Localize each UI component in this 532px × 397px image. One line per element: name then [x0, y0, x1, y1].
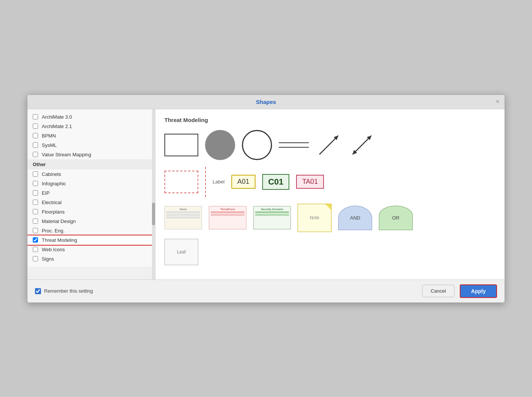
close-button[interactable]: ×	[496, 99, 499, 105]
checkbox-archimate21[interactable]	[33, 124, 38, 129]
cancel-button[interactable]: Cancel	[422, 285, 454, 297]
content-area: Threat Modeling	[155, 109, 505, 279]
shape-arrow-both	[349, 132, 375, 158]
circle-filled-shape	[205, 130, 235, 160]
sidebar-item-bpmn[interactable]: BPMN	[27, 131, 155, 140]
sidebar-label-archimate30: ArchiMate 3.0	[42, 114, 72, 120]
arrow-both-svg	[349, 132, 375, 158]
section-header-other: Other	[27, 159, 155, 169]
checkbox-web-icons[interactable]	[33, 247, 38, 252]
sidebar-label-cabinets: Cabinets	[42, 171, 61, 177]
thumb2-line2	[211, 214, 245, 216]
leaf-shape: Leaf	[164, 239, 198, 265]
sidebar-item-archimate30[interactable]: ArchiMate 3.0	[27, 112, 155, 122]
sidebar-item-vsm[interactable]: Value Stream Mapping	[27, 150, 155, 159]
sidebar-item-proc-eng[interactable]: Proc. Eng.	[27, 226, 155, 235]
checkbox-floorplans[interactable]	[33, 209, 38, 214]
tag-a01-shape: A01	[231, 175, 255, 189]
checkbox-eip[interactable]	[33, 190, 38, 195]
checkbox-proc-eng[interactable]	[33, 228, 38, 233]
thumb1-line3	[166, 217, 200, 218]
remember-section: Remember this setting	[35, 288, 93, 294]
thumb2-line1	[211, 211, 245, 213]
line-1	[279, 142, 309, 143]
checkbox-archimate30[interactable]	[33, 114, 38, 119]
shapes-row-2: Label A01 C01 TA01	[164, 167, 496, 197]
shapes-row-1	[164, 130, 496, 160]
sidebar-label-material-design: Material Design	[42, 218, 76, 224]
shape-arrow-right	[316, 132, 342, 158]
shape-thumb3: Security Scenario	[253, 206, 291, 229]
thumb3-line1	[255, 211, 289, 213]
shape-thumb1: Name	[164, 206, 202, 229]
shape-label: Label	[213, 179, 225, 185]
checkbox-cabinets[interactable]	[33, 171, 38, 177]
dashed-line-shape	[205, 167, 206, 197]
sidebar-item-sysml[interactable]: SysML	[27, 140, 155, 150]
sidebar-item-cabinets[interactable]: Cabinets	[27, 169, 155, 179]
apply-button[interactable]: Apply	[460, 284, 497, 298]
checkbox-electrical[interactable]	[33, 200, 38, 205]
sidebar-item-electrical[interactable]: Electrical	[27, 198, 155, 207]
thumb1-shape: Name	[164, 206, 202, 229]
checkbox-material-design[interactable]	[33, 218, 38, 224]
shapes-row-4: Leaf	[164, 239, 496, 265]
scrollbar-thumb[interactable]	[152, 203, 155, 225]
shape-or-gate: OR	[379, 206, 413, 230]
shape-rectangle	[164, 134, 198, 156]
sidebar-label-sysml: SysML	[42, 142, 57, 148]
lines-shape	[279, 142, 309, 148]
tag-c01-shape: C01	[262, 174, 289, 190]
sidebar: ArchiMate 3.0 ArchiMate 2.1 BPMN SysML V…	[27, 109, 155, 279]
shape-leaf: Leaf	[164, 239, 198, 265]
shape-circle-outline	[242, 130, 272, 160]
thumb3-line2	[255, 214, 289, 216]
shape-and-gate: AND	[338, 206, 372, 230]
scrollbar-track	[152, 109, 155, 279]
dialog-footer: Remember this setting Cancel Apply	[27, 279, 505, 302]
thumb1-title: Name	[166, 208, 200, 211]
sidebar-item-floorplans[interactable]: Floorplans	[27, 207, 155, 217]
sidebar-label-signs: Signs	[42, 256, 54, 262]
thumb3-shape: Security Scenario	[253, 206, 291, 229]
sidebar-label-proc-eng: Proc. Eng.	[42, 228, 65, 234]
dialog-title: Shapes	[256, 99, 276, 105]
thumb1-line1	[166, 211, 200, 213]
thumb2-shape: ThreatForm	[209, 206, 246, 229]
arrow-right-svg	[316, 132, 342, 158]
shape-lines	[279, 142, 309, 148]
sidebar-item-threat-modeling[interactable]: Threat Modeling	[27, 235, 155, 245]
sidebar-item-eip[interactable]: EIP	[27, 188, 155, 198]
checkbox-bpmn[interactable]	[33, 133, 38, 138]
shape-circle-filled	[205, 130, 235, 160]
remember-label: Remember this setting	[44, 288, 93, 294]
tag-ta01-shape: TA01	[296, 175, 324, 189]
sidebar-item-archimate21[interactable]: ArchiMate 2.1	[27, 122, 155, 131]
sidebar-label-floorplans: Floorplans	[42, 209, 65, 215]
thumb2-title: ThreatForm	[211, 208, 245, 211]
content-title: Threat Modeling	[164, 117, 496, 123]
checkbox-threat-modeling[interactable]	[33, 237, 38, 243]
sidebar-label-electrical: Electrical	[42, 200, 62, 205]
checkbox-infographic[interactable]	[33, 181, 38, 186]
shapes-dialog: Shapes × ArchiMate 3.0 ArchiMate 2.1 BPM…	[27, 95, 505, 303]
thumb1-line2	[166, 214, 200, 216]
label-text: Label	[213, 179, 225, 185]
dialog-body: ArchiMate 3.0 ArchiMate 2.1 BPMN SysML V…	[27, 109, 505, 279]
and-gate-shape: AND	[338, 206, 372, 230]
note-shape: Note	[298, 204, 331, 232]
dialog-header: Shapes ×	[27, 95, 505, 109]
checkbox-signs[interactable]	[33, 256, 38, 261]
sidebar-item-signs[interactable]: Signs	[27, 254, 155, 264]
or-gate-shape: OR	[379, 206, 413, 230]
checkbox-vsm[interactable]	[33, 152, 38, 157]
shapes-row-3: Name ThreatForm Security Scenar	[164, 204, 496, 232]
remember-checkbox[interactable]	[35, 288, 41, 294]
sidebar-item-infographic[interactable]: Infographic	[27, 179, 155, 188]
shape-tag-a01: A01	[231, 175, 255, 189]
checkbox-sysml[interactable]	[33, 142, 38, 148]
circle-outline-shape	[242, 130, 272, 160]
sidebar-item-material-design[interactable]: Material Design	[27, 217, 155, 226]
sidebar-item-web-icons[interactable]: Web Icons	[27, 245, 155, 254]
shape-tag-ta01: TA01	[296, 175, 324, 189]
